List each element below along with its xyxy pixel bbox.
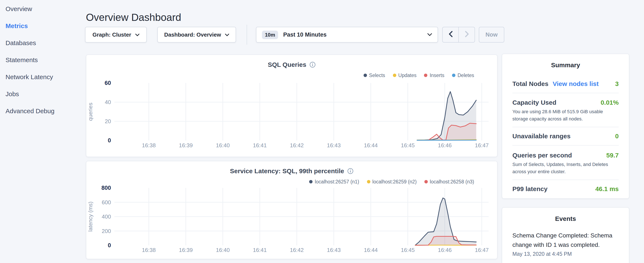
time-range-label: Past 10 Minutes [283, 32, 326, 38]
event-message: Schema Change Completed: Schema change w… [512, 231, 619, 249]
service-latency-chart[interactable]: 16:3816:3916:4016:4116:4216:4316:4416:45… [86, 161, 498, 259]
sidebar-item-network-latency[interactable]: Network Latency [0, 68, 81, 85]
svg-text:200: 200 [102, 228, 111, 234]
svg-text:16:44: 16:44 [364, 247, 378, 253]
svg-text:16:47: 16:47 [475, 247, 488, 253]
svg-text:40: 40 [105, 99, 111, 105]
svg-text:16:38: 16:38 [142, 142, 156, 149]
summary-row-capacity: Capacity Used 0.01% [512, 97, 619, 107]
capacity-caption: You are using 28.6 MiB of 515.9 GiB usab… [512, 108, 619, 122]
svg-text:16:44: 16:44 [364, 142, 378, 149]
unavailable-ranges-value: 0 [615, 132, 619, 139]
svg-text:16:42: 16:42 [290, 142, 304, 149]
svg-text:16:38: 16:38 [142, 247, 156, 253]
capacity-used-value: 0.01% [601, 99, 619, 106]
svg-text:400: 400 [102, 213, 111, 220]
app-window: Overview Metrics Databases Statements Ne… [0, 0, 644, 263]
sidebar-item-databases[interactable]: Databases [0, 34, 81, 51]
svg-text:16:47: 16:47 [475, 142, 488, 149]
controls-divider [247, 25, 247, 45]
chevron-down-icon [225, 34, 229, 36]
summary-row-unavailable-ranges: Unavailable ranges 0 [512, 131, 619, 140]
svg-text:16:40: 16:40 [216, 142, 230, 149]
sidebar-item-jobs[interactable]: Jobs [0, 85, 81, 102]
chevron-down-icon [427, 33, 432, 36]
chevron-down-icon [135, 34, 139, 36]
svg-text:800: 800 [102, 185, 111, 191]
svg-text:16:45: 16:45 [401, 142, 414, 149]
qps-label: Queries per second [512, 151, 572, 158]
p99-latency-value: 46.1 ms [595, 185, 619, 192]
sidebar-item-statements[interactable]: Statements [0, 51, 81, 68]
page-title: Overview Dashboard [86, 12, 181, 24]
view-nodes-list-link[interactable]: View nodes list [552, 80, 598, 87]
svg-text:600: 600 [102, 199, 111, 205]
svg-text:latency (ms): latency (ms) [87, 201, 94, 232]
graph-scope-dropdown[interactable]: Graph: Cluster [85, 27, 147, 43]
unavailable-ranges-label: Unavailable ranges [512, 132, 570, 139]
sql-queries-chart-card: SQL Queries SelectsUpdatesInsertsDeletes… [86, 55, 498, 157]
svg-text:0: 0 [108, 242, 111, 248]
events-panel: Events Schema Change Completed: Schema c… [502, 207, 629, 263]
summary-title: Summary [512, 61, 619, 69]
svg-text:60: 60 [104, 80, 111, 86]
time-range-dropdown[interactable]: 10m Past 10 Minutes [256, 27, 438, 43]
summary-panel: Summary Total Nodes View nodes list 3 Ca… [502, 54, 629, 199]
service-latency-chart-card: Service Latency: SQL, 99th percentile lo… [86, 161, 498, 259]
svg-text:16:42: 16:42 [290, 247, 304, 253]
time-step-back-button[interactable] [443, 27, 459, 42]
svg-text:16:43: 16:43 [327, 142, 340, 149]
svg-text:16:46: 16:46 [438, 247, 452, 253]
time-range-badge: 10m [262, 31, 278, 39]
summary-row-total-nodes: Total Nodes View nodes list 3 [512, 79, 619, 88]
divider [512, 127, 619, 127]
svg-text:16:41: 16:41 [253, 142, 266, 149]
chevron-left-icon [448, 31, 453, 39]
chevron-right-icon [464, 31, 469, 39]
svg-text:16:46: 16:46 [438, 142, 452, 149]
sidebar-item-metrics[interactable]: Metrics [0, 17, 81, 34]
time-step-buttons [442, 27, 475, 43]
dashboard-dropdown[interactable]: Dashboard: Overview [157, 27, 236, 43]
summary-row-qps: Queries per second 59.7 [512, 150, 619, 160]
divider [512, 93, 619, 93]
total-nodes-value: 3 [615, 80, 619, 87]
event-timestamp: May 13, 2020 at 4:45 PM [512, 251, 619, 258]
sidebar-item-overview[interactable]: Overview [0, 0, 81, 17]
svg-text:16:40: 16:40 [216, 247, 230, 253]
now-button[interactable]: Now [479, 27, 504, 43]
sql-queries-chart[interactable]: 16:3816:3916:4016:4116:4216:4316:4416:45… [86, 55, 498, 157]
divider [512, 145, 619, 146]
graph-scope-label: Graph: Cluster [92, 32, 131, 38]
svg-text:16:41: 16:41 [253, 247, 266, 253]
capacity-used-label: Capacity Used [512, 99, 556, 106]
sidebar: Overview Metrics Databases Statements Ne… [0, 0, 81, 263]
qps-value: 59.7 [606, 151, 619, 158]
svg-text:20: 20 [105, 118, 111, 124]
p99-latency-label: P99 latency [512, 185, 548, 192]
dashboard-label: Dashboard: Overview [164, 32, 221, 38]
time-step-forward-button[interactable] [459, 27, 474, 42]
svg-text:16:43: 16:43 [327, 247, 340, 253]
divider [512, 180, 619, 180]
qps-caption: Sum of Selects, Updates, Inserts, and De… [512, 161, 619, 175]
sidebar-item-advanced-debug[interactable]: Advanced Debug [0, 102, 81, 119]
svg-text:16:39: 16:39 [179, 247, 193, 253]
events-title: Events [512, 214, 619, 223]
summary-row-p99: P99 latency 46.1 ms [512, 184, 619, 193]
svg-text:0: 0 [108, 137, 111, 144]
svg-text:16:45: 16:45 [401, 247, 414, 253]
svg-text:16:39: 16:39 [179, 142, 193, 149]
total-nodes-label: Total Nodes [512, 80, 548, 87]
svg-text:queries: queries [87, 103, 94, 121]
